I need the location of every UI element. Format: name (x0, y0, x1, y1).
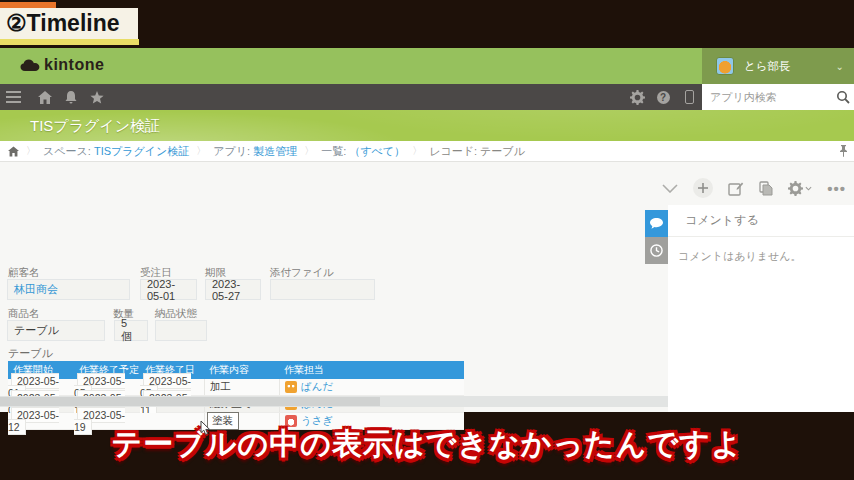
settings-gear-icon[interactable] (624, 84, 650, 110)
record-toolbar: ••• (662, 178, 846, 198)
breadcrumb-app-link[interactable]: 製造管理 (253, 144, 297, 159)
breadcrumb-space-link[interactable]: TISプラグイン検証 (94, 144, 189, 159)
space-title: TISプラグイン検証 (30, 117, 160, 136)
duplicate-record-button[interactable] (759, 181, 773, 196)
edit-record-button[interactable] (728, 181, 744, 196)
attachment-value (270, 279, 375, 300)
breadcrumb: 〉 スペース: TISプラグイン検証 〉 アプリ: 製造管理 〉 一覧: （すべ… (0, 141, 854, 162)
breadcrumb-separator: 〉 (412, 144, 422, 158)
product-label: 商品名 (8, 307, 40, 321)
home-icon[interactable] (32, 84, 58, 110)
tab-history[interactable] (645, 237, 668, 264)
breadcrumb-separator: 〉 (196, 144, 206, 158)
collapse-chevron-icon[interactable] (662, 184, 678, 193)
badge-label: ②Timeline (6, 10, 120, 37)
breadcrumb-record-current: レコード: テーブル (429, 144, 525, 159)
global-navbar: ? (0, 84, 854, 110)
panda-avatar-icon (285, 381, 297, 393)
comments-empty-message: コメントはありません。 (668, 237, 854, 264)
breadcrumb-view-prefix: 一覧: (321, 144, 346, 159)
breadcrumb-separator: 〉 (26, 144, 36, 158)
user-menu[interactable]: とら部長 ⌄ (702, 48, 854, 84)
kintone-logo-text: kintone (44, 56, 104, 74)
mouse-cursor (200, 420, 211, 438)
record-settings-button[interactable] (788, 181, 812, 196)
delivery-status-label: 納品状態 (155, 307, 197, 321)
attachment-label: 添付ファイル (270, 266, 334, 280)
col-header-content: 作業内容 (204, 363, 279, 377)
timeline-badge: ②Timeline (0, 2, 139, 45)
comment-panel: コメントする コメントはありません。 (668, 205, 854, 412)
breadcrumb-space-prefix: スペース: (43, 144, 91, 159)
record-detail-area: ••• 顧客名 林田商会 受注日 2023-05-01 期限 2023-05-2… (0, 162, 854, 412)
tab-comments[interactable] (645, 210, 668, 237)
comment-button[interactable]: コメントする (668, 205, 854, 237)
notifications-bell-icon[interactable] (58, 84, 84, 110)
pin-icon[interactable] (839, 145, 848, 159)
customer-value[interactable]: 林田商会 (7, 279, 130, 300)
video-subtitle: テーブルの中の表示はできなかったんですよ (0, 424, 854, 465)
delivery-status-value (155, 320, 207, 341)
quantity-value: 5 個 (114, 320, 148, 341)
horizontal-scrollbar[interactable] (0, 396, 668, 407)
app-header: kintone とら部長 ⌄ (0, 48, 854, 84)
comment-bubble-icon (650, 218, 663, 229)
kintone-window: kintone とら部長 ⌄ ? TISプラグイン検 (0, 48, 854, 412)
favorites-star-icon[interactable] (84, 84, 110, 110)
kintone-logo[interactable]: kintone (20, 56, 104, 74)
deadline-value: 2023-05-27 (205, 279, 261, 300)
breadcrumb-home-icon[interactable] (8, 146, 19, 157)
space-banner: TISプラグイン検証 (0, 110, 854, 141)
breadcrumb-view-link[interactable]: （すべて） (349, 144, 405, 159)
breadcrumb-app-prefix: アプリ: (213, 144, 250, 159)
breadcrumb-separator: 〉 (304, 144, 314, 158)
col-header-assignee: 作業担当 (279, 363, 464, 377)
tiger-avatar-icon (716, 57, 734, 75)
customer-label: 顧客名 (8, 266, 40, 280)
cell-content: 加工 (205, 380, 231, 394)
search-input[interactable] (710, 91, 836, 103)
order-date-value: 2023-05-01 (140, 279, 197, 300)
app-search-box (702, 84, 854, 110)
badge-yellow-bar (0, 39, 139, 45)
hamburger-menu-icon[interactable] (0, 84, 26, 110)
product-value: テーブル (7, 320, 105, 341)
help-icon[interactable]: ? (650, 84, 676, 110)
more-options-button[interactable]: ••• (827, 180, 846, 197)
kintone-cloud-icon (20, 59, 40, 72)
mobile-view-icon[interactable] (676, 84, 702, 110)
scrollbar-thumb[interactable] (0, 397, 380, 406)
user-name: とら部長 (744, 59, 836, 74)
assignee-link[interactable]: ぱんだ (301, 380, 333, 394)
add-record-button[interactable] (693, 178, 713, 198)
history-clock-icon (650, 244, 663, 257)
side-panel-tabs (645, 210, 668, 264)
search-icon[interactable] (836, 90, 850, 104)
subtable-label: テーブル (8, 346, 53, 361)
chevron-down-icon: ⌄ (836, 61, 844, 72)
